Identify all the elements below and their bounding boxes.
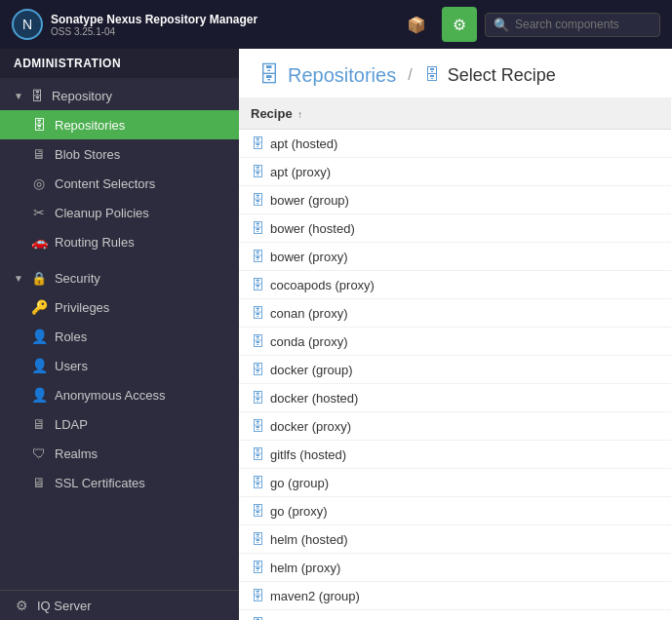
sidebar-item-users[interactable]: 👤 Users: [0, 351, 239, 380]
search-icon: 🔍: [494, 18, 509, 32]
sidebar-item-blob-stores-label: Blob Stores: [55, 147, 120, 162]
sidebar-group-title-repository[interactable]: ▼ 🗄 Repository: [0, 82, 239, 110]
sidebar-item-privileges[interactable]: 🔑 Privileges: [0, 292, 239, 322]
recipe-name: maven2 (group): [270, 589, 360, 603]
table-row[interactable]: 🗄cocoapods (proxy): [239, 271, 671, 299]
logo-icon: N: [12, 9, 43, 40]
recipe-column-header[interactable]: Recipe ↑: [239, 98, 671, 130]
recipe-name: go (proxy): [270, 504, 328, 519]
sidebar-item-iq-server[interactable]: ⚙ IQ Server: [0, 591, 239, 620]
recipe-name: bower (group): [270, 193, 349, 208]
table-row[interactable]: 🗄go (proxy): [239, 497, 671, 525]
row-db-icon: 🗄: [251, 475, 264, 490]
row-db-icon: 🗄: [251, 192, 264, 208]
sidebar-item-ssl-certificates[interactable]: 🖥 SSL Certificates: [0, 468, 239, 497]
group-label-repository: Repository: [52, 89, 112, 103]
arrow-down-icon-security: ▼: [14, 273, 23, 284]
top-header: N Sonatype Nexus Repository Manager OSS …: [0, 0, 672, 49]
table-row[interactable]: 🗄conda (proxy): [239, 328, 671, 356]
sidebar-item-cleanup-policies-label: Cleanup Policies: [55, 206, 149, 220]
table-row[interactable]: 🗄go (group): [239, 469, 671, 497]
recipe-column-label: Recipe: [251, 106, 293, 121]
sidebar-item-ldap[interactable]: 🖥 LDAP: [0, 409, 239, 439]
iq-server-icon: ⚙: [14, 598, 29, 613]
row-db-icon: 🗄: [251, 503, 264, 519]
content-selectors-icon: ◎: [31, 175, 47, 191]
recipe-table: Recipe ↑ 🗄apt (hosted)🗄apt (proxy)🗄bower…: [239, 98, 672, 620]
sub-page-title: Select Recipe: [448, 65, 556, 86]
sidebar-item-users-label: Users: [55, 359, 88, 373]
row-db-icon: 🗄: [251, 616, 264, 620]
sidebar-item-privileges-label: Privileges: [55, 300, 109, 315]
table-row[interactable]: 🗄docker (group): [239, 356, 671, 384]
table-row[interactable]: 🗄bower (proxy): [239, 243, 671, 271]
sidebar-item-routing-rules[interactable]: 🚗 Routing Rules: [0, 227, 239, 256]
sidebar-item-iq-server-label: IQ Server: [37, 599, 92, 613]
page-title: Repositories: [288, 64, 396, 87]
sidebar-item-ldap-label: LDAP: [55, 417, 88, 432]
sidebar-group-repository: ▼ 🗄 Repository 🗄 Repositories 🖥 Blob Sto…: [0, 78, 239, 260]
table-row[interactable]: 🗄helm (hosted): [239, 525, 671, 554]
row-db-icon: 🗄: [251, 418, 264, 434]
sidebar-item-content-selectors[interactable]: ◎ Content Selectors: [0, 169, 239, 198]
repositories-icon: 🗄: [31, 117, 47, 133]
row-db-icon: 🗄: [251, 136, 264, 151]
table-row[interactable]: 🗄helm (proxy): [239, 554, 671, 582]
row-db-icon: 🗄: [251, 588, 264, 603]
repositories-page-icon: 🗄: [258, 62, 280, 88]
sort-asc-icon: ↑: [297, 109, 302, 120]
row-db-icon: 🗄: [251, 531, 264, 547]
recipe-name: docker (proxy): [270, 419, 351, 434]
sidebar-bottom: ⚙ IQ Server: [0, 590, 239, 620]
row-db-icon: 🗄: [251, 560, 264, 575]
group-label-security: Security: [55, 271, 100, 286]
ldap-icon: 🖥: [31, 416, 47, 432]
sidebar-item-repositories-label: Repositories: [55, 118, 125, 133]
row-db-icon: 🗄: [251, 390, 264, 406]
recipe-name: helm (proxy): [270, 561, 340, 575]
table-row[interactable]: 🗄apt (hosted): [239, 130, 671, 158]
search-input[interactable]: [515, 18, 652, 31]
sidebar-item-repositories[interactable]: 🗄 Repositories: [0, 110, 239, 139]
ssl-icon: 🖥: [31, 475, 47, 490]
sidebar-item-anonymous-access-label: Anonymous Access: [55, 388, 165, 403]
header-icons: 📦 ⚙ 🔍: [399, 7, 660, 42]
recipe-name: conda (proxy): [270, 334, 347, 349]
row-db-icon: 🗄: [251, 305, 264, 321]
privileges-icon: 🔑: [31, 299, 47, 315]
sidebar-item-roles-label: Roles: [55, 329, 87, 344]
cleanup-policies-icon: ✂: [31, 205, 47, 220]
table-body: 🗄apt (hosted)🗄apt (proxy)🗄bower (group)🗄…: [239, 130, 671, 621]
recipe-name: docker (group): [270, 363, 353, 377]
table-row[interactable]: 🗄gitlfs (hosted): [239, 441, 671, 469]
row-db-icon: 🗄: [251, 220, 264, 236]
sidebar-item-realms[interactable]: 🛡 Realms: [0, 439, 239, 468]
table-row[interactable]: 🗄docker (hosted): [239, 384, 671, 412]
table-row[interactable]: 🗄docker (proxy): [239, 412, 671, 441]
sidebar-item-anonymous-access[interactable]: 👤 Anonymous Access: [0, 380, 239, 409]
table-row[interactable]: 🗄apt (proxy): [239, 158, 671, 186]
table-row[interactable]: 🗄conan (proxy): [239, 299, 671, 328]
row-db-icon: 🗄: [251, 164, 264, 179]
sidebar-group-title-security[interactable]: ▼ 🔒 Security: [0, 264, 239, 292]
sidebar-item-roles[interactable]: 👤 Roles: [0, 322, 239, 351]
group-icon-repository: 🗄: [31, 89, 44, 103]
sidebar-item-cleanup-policies[interactable]: ✂ Cleanup Policies: [0, 198, 239, 227]
search-bar: 🔍: [485, 13, 660, 37]
gear-icon-btn[interactable]: ⚙: [442, 7, 477, 42]
table-row[interactable]: 🗄maven2 (hosted): [239, 610, 671, 621]
table-row[interactable]: 🗄bower (group): [239, 186, 671, 214]
logo-text: Sonatype Nexus Repository Manager OSS 3.…: [51, 13, 257, 37]
table-row[interactable]: 🗄bower (hosted): [239, 214, 671, 243]
recipe-name: gitlfs (hosted): [270, 447, 346, 462]
package-icon-btn[interactable]: 📦: [399, 7, 434, 42]
sidebar-item-blob-stores[interactable]: 🖥 Blob Stores: [0, 139, 239, 169]
roles-icon: 👤: [31, 329, 47, 344]
app-title: Sonatype Nexus Repository Manager: [51, 13, 257, 26]
table-row[interactable]: 🗄maven2 (group): [239, 582, 671, 610]
row-db-icon: 🗄: [251, 446, 264, 462]
recipe-name: bower (hosted): [270, 221, 355, 236]
row-db-icon: 🗄: [251, 277, 264, 292]
recipe-name: docker (hosted): [270, 391, 358, 406]
content-header: 🗄 Repositories / 🗄 Select Recipe: [239, 49, 672, 98]
